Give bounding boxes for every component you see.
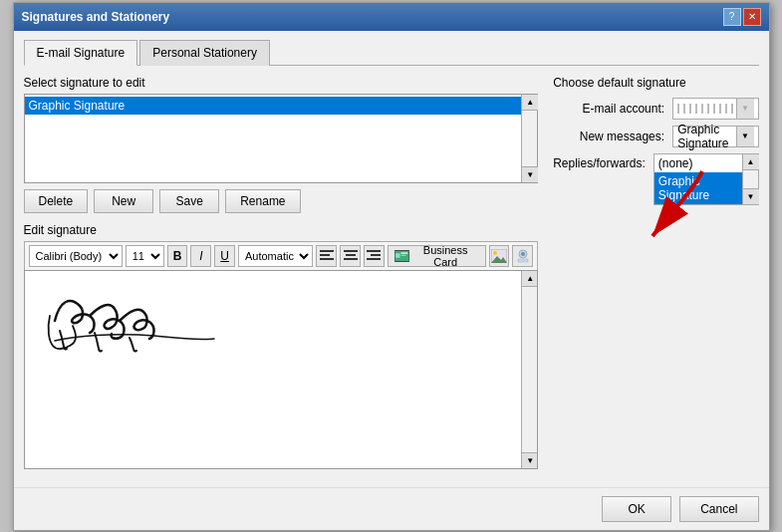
svg-rect-17 xyxy=(518,259,528,262)
replies-option-graphic[interactable]: Graphic Signature xyxy=(654,172,742,204)
dialog-title: Signatures and Stationery xyxy=(22,10,170,24)
svg-rect-12 xyxy=(400,255,405,256)
align-right-button[interactable] xyxy=(364,245,385,267)
right-panel: Choose default signature E-mail account:… xyxy=(553,76,758,469)
new-messages-value: Graphic Signature xyxy=(677,123,735,150)
replies-scrollbar: ▲ ▼ xyxy=(742,154,758,204)
svg-rect-4 xyxy=(346,254,356,256)
save-button[interactable]: Save xyxy=(159,189,219,213)
signature-image xyxy=(35,281,254,361)
editor-scroll-down[interactable]: ▼ xyxy=(522,452,538,468)
email-account-container: ▼ xyxy=(672,98,758,120)
svg-point-18 xyxy=(521,252,525,256)
svg-rect-5 xyxy=(344,258,358,260)
replies-scroll-down[interactable]: ▼ xyxy=(743,188,759,204)
editor-scrollbar: ▲ ▼ xyxy=(521,271,537,468)
cancel-button[interactable]: Cancel xyxy=(679,496,758,522)
svg-rect-0 xyxy=(320,250,334,252)
dialog-content: E-mail Signature Personal Stationery Sel… xyxy=(14,31,769,479)
signature-item-graphic[interactable]: Graphic Signature xyxy=(25,97,522,115)
signature-content xyxy=(25,271,522,468)
font-select[interactable]: Calibri (Body) xyxy=(29,245,123,267)
svg-rect-6 xyxy=(367,250,381,252)
color-select[interactable]: Automatic xyxy=(238,245,313,267)
email-account-display[interactable]: ▼ xyxy=(672,98,758,120)
replies-label: Replies/forwards: xyxy=(553,153,653,170)
business-card-label: Business Card xyxy=(412,244,479,268)
font-size-select[interactable]: 11 xyxy=(126,245,164,267)
close-button[interactable]: ✕ xyxy=(743,8,761,26)
editor-toolbar: Calibri (Body) 11 B I U Automatic xyxy=(24,241,539,270)
editor-scroll-up[interactable]: ▲ xyxy=(522,271,538,287)
signatures-stationery-dialog: Signatures and Stationery ? ✕ E-mail Sig… xyxy=(13,2,770,531)
replies-dropdown-container: (none) Graphic Signature ▲ ▼ xyxy=(653,153,759,205)
replies-list[interactable]: (none) Graphic Signature xyxy=(654,154,742,204)
delete-button[interactable]: Delete xyxy=(24,189,89,213)
select-signature-label: Select signature to edit xyxy=(24,76,539,90)
replies-dropdown[interactable]: (none) Graphic Signature ▲ ▼ xyxy=(654,154,758,204)
svg-rect-10 xyxy=(395,253,400,258)
signature-list-container: Graphic Signature ▲ ▼ xyxy=(24,94,539,183)
list-scrollbar: ▲ ▼ xyxy=(521,95,537,182)
rename-button[interactable]: Rename xyxy=(225,189,300,213)
svg-rect-7 xyxy=(371,254,381,256)
replies-row: Replies/forwards: (none) Graphic Signatu… xyxy=(553,153,758,205)
ok-button[interactable]: OK xyxy=(602,496,671,522)
insert-picture-button[interactable] xyxy=(489,245,510,267)
insert-signature-button[interactable] xyxy=(512,245,533,267)
dialog-footer: OK Cancel xyxy=(14,487,769,530)
choose-default-label: Choose default signature xyxy=(553,76,758,90)
tab-email-signature[interactable]: E-mail Signature xyxy=(24,40,138,66)
new-messages-label: New messages: xyxy=(553,130,672,143)
align-center-button[interactable] xyxy=(340,245,361,267)
new-messages-container: Graphic Signature ▼ xyxy=(672,126,758,147)
signature-buttons: Delete New Save Rename xyxy=(24,189,539,213)
new-button[interactable]: New xyxy=(94,189,153,213)
underline-button[interactable]: U xyxy=(214,245,235,267)
tab-personal-stationery[interactable]: Personal Stationery xyxy=(139,40,270,66)
edit-signature-label: Edit signature xyxy=(24,223,539,237)
bold-button[interactable]: B xyxy=(167,245,188,267)
svg-rect-8 xyxy=(367,258,381,260)
email-account-label: E-mail account: xyxy=(553,102,672,116)
align-left-button[interactable] xyxy=(316,245,337,267)
business-card-button[interactable]: Business Card xyxy=(388,245,486,267)
title-bar: Signatures and Stationery ? ✕ xyxy=(14,3,769,31)
scroll-up-arrow[interactable]: ▲ xyxy=(522,95,538,111)
new-messages-display[interactable]: Graphic Signature ▼ xyxy=(672,126,758,147)
title-bar-buttons: ? ✕ xyxy=(723,8,761,26)
svg-rect-1 xyxy=(320,254,330,256)
email-account-row: E-mail account: ▼ xyxy=(553,98,758,120)
tab-bar: E-mail Signature Personal Stationery xyxy=(24,39,759,66)
new-messages-row: New messages: Graphic Signature ▼ xyxy=(553,126,758,147)
svg-point-14 xyxy=(493,251,497,255)
signature-list[interactable]: Graphic Signature xyxy=(25,95,522,182)
email-dropdown-arrow[interactable]: ▼ xyxy=(736,99,754,119)
italic-button[interactable]: I xyxy=(190,245,211,267)
svg-rect-2 xyxy=(320,258,334,260)
main-area: Select signature to edit Graphic Signatu… xyxy=(24,76,759,469)
replies-option-none[interactable]: (none) xyxy=(654,154,742,172)
replies-scroll-up[interactable]: ▲ xyxy=(743,154,759,170)
help-button[interactable]: ? xyxy=(723,8,741,26)
svg-rect-3 xyxy=(344,250,358,252)
svg-rect-11 xyxy=(400,252,407,254)
signature-editor[interactable]: ▲ ▼ xyxy=(24,270,539,469)
scroll-down-arrow[interactable]: ▼ xyxy=(522,166,538,182)
left-panel: Select signature to edit Graphic Signatu… xyxy=(24,76,539,469)
new-messages-arrow[interactable]: ▼ xyxy=(736,127,754,146)
